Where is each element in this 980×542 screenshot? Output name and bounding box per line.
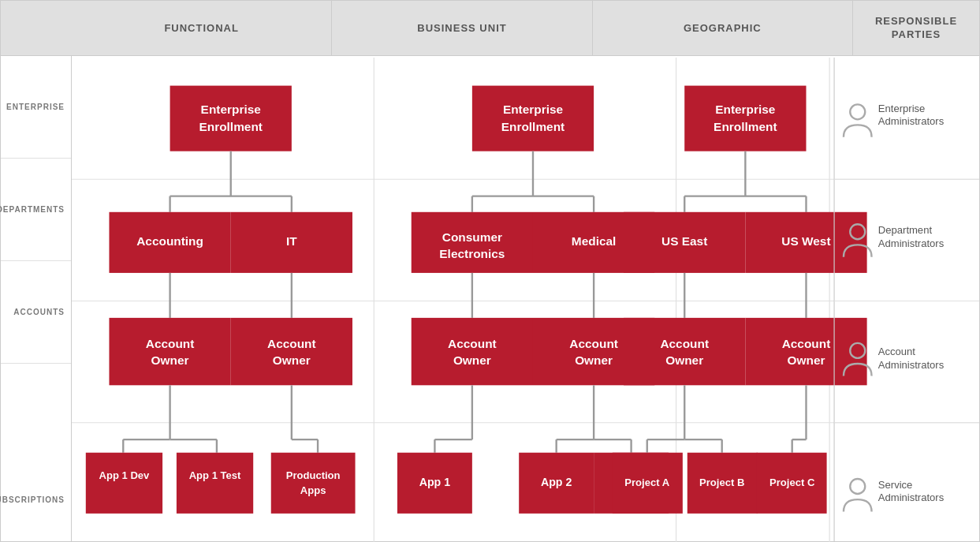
header-geographic: GEOGRAPHIC	[593, 1, 853, 55]
geo-acct1-label: Account	[660, 337, 709, 350]
bu-medical-label: Medical	[572, 235, 617, 249]
bu-acct1-label: Account	[448, 337, 497, 350]
bu-app1-label: App 1	[419, 476, 451, 488]
func-acct2-label2: Owner	[273, 353, 311, 367]
header-business-unit: BUSINESS UNIT	[332, 1, 592, 55]
functional-enterprise-label: Enterprise	[201, 103, 262, 116]
func-prodapps-label: Production	[286, 469, 341, 481]
resp-dept-label: Department	[878, 224, 933, 236]
diagram-svg: Enterprise Enrollment Accounting IT A	[72, 56, 979, 542]
resp-enterprise-label: Enterprise	[878, 103, 925, 114]
header-spacer	[1, 1, 72, 55]
geo-enterprise-label: Enterprise	[715, 103, 776, 116]
func-app1test-label: App 1 Test	[189, 469, 241, 481]
diagram-wrapper: FUNCTIONAL BUSINESS UNIT GEOGRAPHIC RESP…	[0, 0, 980, 542]
geo-enterprise-label2: Enrollment	[714, 120, 777, 133]
row-labels: ENTERPRISE DEPARTMENTS ACCOUNTS SUBSCRIP…	[1, 56, 72, 542]
bu-acct2-label2: Owner	[575, 353, 613, 367]
resp-acct-label2: Administrators	[878, 359, 945, 371]
func-acct2-box	[231, 318, 352, 385]
main-diagram-area: Enterprise Enrollment Accounting IT A	[72, 56, 979, 542]
functional-enterprise-label2: Enrollment	[199, 120, 262, 133]
geo-acct1-label2: Owner	[665, 353, 703, 367]
func-it-label: IT	[286, 235, 297, 249]
resp-service-label2: Administrators	[878, 492, 945, 503]
bu-acct2-label: Account	[569, 337, 618, 350]
resp-dept-label2: Administrators	[878, 237, 945, 249]
geo-useast-label: US East	[661, 235, 707, 249]
bu-enterprise-label: Enterprise	[503, 103, 564, 116]
func-acct1-label2: Owner	[151, 353, 189, 367]
content-area: ENTERPRISE DEPARTMENTS ACCOUNTS SUBSCRIP…	[1, 56, 979, 542]
resp-enterprise-label2: Administrators	[878, 115, 945, 127]
func-prodapps-box	[271, 453, 356, 514]
geo-projB-label: Project B	[699, 477, 744, 488]
bu-acct1-box	[412, 318, 533, 385]
header-responsible: RESPONSIBLE PARTIES	[853, 1, 979, 55]
bu-consumer-label2: Electronics	[439, 247, 505, 260]
func-prodapps-label2: Apps	[300, 484, 326, 496]
geo-enterprise-box	[684, 86, 806, 151]
header-functional: FUNCTIONAL	[72, 1, 332, 55]
func-acct2-label: Account	[267, 337, 316, 350]
svg-point-6	[850, 104, 865, 119]
func-app1test-box	[177, 453, 253, 514]
label-enterprise: ENTERPRISE	[1, 56, 71, 159]
geo-projC-label: Project C	[769, 477, 815, 488]
bu-enterprise-label2: Enrollment	[501, 120, 565, 133]
person-icon-enterprise	[844, 104, 872, 137]
geo-acct1-box	[624, 318, 745, 385]
func-acct1-label: Account	[146, 337, 195, 350]
bu-consumer-label: Consumer	[442, 230, 502, 244]
label-subscriptions: SUBSCRIPTIONS	[1, 364, 71, 542]
geo-acct2-label2: Owner	[788, 353, 825, 367]
func-accounting-label: Accounting	[136, 235, 203, 249]
func-app1dev-label: App 1 Dev	[99, 469, 151, 481]
func-acct1-box	[109, 318, 230, 385]
header-row: FUNCTIONAL BUSINESS UNIT GEOGRAPHIC RESP…	[1, 1, 979, 56]
resp-service-label: Service	[878, 479, 913, 491]
geo-acct2-label: Account	[782, 337, 831, 350]
person-icon-service	[844, 479, 872, 512]
bu-enterprise-box	[472, 86, 594, 151]
bu-app2-label: App 2	[541, 476, 572, 488]
label-accounts: ACCOUNTS	[1, 261, 71, 364]
functional-enterprise-box	[170, 86, 292, 151]
svg-point-9	[850, 479, 865, 494]
geo-projA-label: Project A	[624, 477, 669, 488]
label-departments: DEPARTMENTS	[1, 159, 71, 261]
geo-acct2-box	[745, 318, 866, 385]
func-app1dev-box	[86, 453, 162, 514]
geo-uswest-label: US West	[781, 235, 830, 249]
bu-acct1-label2: Owner	[453, 353, 491, 367]
resp-acct-label: Account	[878, 346, 916, 357]
